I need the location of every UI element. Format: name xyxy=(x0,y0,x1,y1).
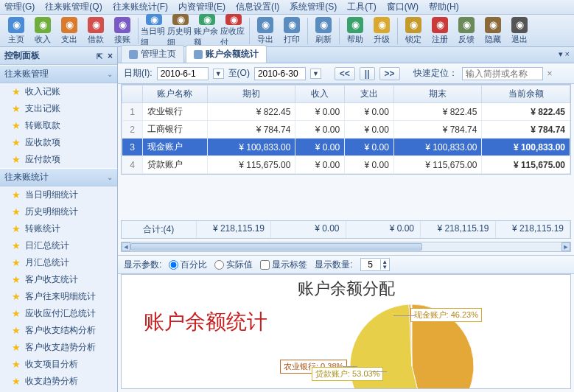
sidebar-item[interactable]: ★收支项目分析 xyxy=(0,356,117,373)
toolbar-button-注册[interactable]: ◉注册 xyxy=(427,15,453,46)
cell-income: ¥ 0.00 xyxy=(295,121,345,139)
date-from-input[interactable] xyxy=(157,67,209,80)
table-row[interactable]: 2工商银行¥ 784.74¥ 0.00¥ 0.00¥ 784.74¥ 784.7… xyxy=(122,121,570,139)
sidebar-item[interactable]: ★收入记账 xyxy=(0,83,117,100)
date-from-dropdown-icon[interactable]: ▼ xyxy=(213,69,224,79)
display-count-spinner[interactable]: ▲▼ xyxy=(360,258,390,271)
pin-icon[interactable]: ⇱ xyxy=(97,52,102,60)
sidebar-item-label: 支出记账 xyxy=(25,102,60,115)
toolbar-button-反馈[interactable]: ◉反馈 xyxy=(453,15,480,46)
table-row[interactable]: 1农业银行¥ 822.45¥ 0.00¥ 0.00¥ 822.45¥ 822.4… xyxy=(122,103,570,121)
toolbar-button-支出[interactable]: ◉支出 xyxy=(56,15,83,46)
menu-item[interactable]: 管理(G) xyxy=(4,1,35,13)
toolbar-button-历史明细[interactable]: ◉历史明细 xyxy=(167,15,194,46)
quick-locate-label: 快速定位： xyxy=(413,67,458,80)
sidebar-item[interactable]: ★收支趋势分析 xyxy=(0,373,117,390)
menu-item[interactable]: 往来账管理(Q) xyxy=(45,1,102,13)
radio-percent[interactable]: 百分比 xyxy=(169,259,207,271)
horizontal-scrollbar[interactable]: ◄ ► xyxy=(121,242,571,252)
sidebar-item[interactable]: ★支出记账 xyxy=(0,100,117,117)
menu-item[interactable]: 信息设置(I) xyxy=(236,1,279,13)
sidebar-item[interactable]: ★客户收支统计 xyxy=(0,271,117,288)
toolbar-icon: ◉ xyxy=(511,17,528,33)
table-row[interactable]: 3现金账户¥ 100,833.00¥ 0.00¥ 0.00¥ 100,833.0… xyxy=(122,139,570,156)
close-icon[interactable]: × xyxy=(108,51,113,61)
toolbar-button-退出[interactable]: ◉退出 xyxy=(506,15,533,46)
sidebar-item[interactable]: ★转账统计 xyxy=(0,220,117,237)
group-header[interactable]: 往来账统计⌄ xyxy=(0,168,117,186)
tab-label: 管理主页 xyxy=(141,48,176,60)
tab-icon xyxy=(129,50,138,59)
sidebar-item[interactable]: ★应付款项 xyxy=(0,151,117,168)
date-to-input[interactable] xyxy=(254,67,306,80)
tab-minimize-icon[interactable]: ▾ × xyxy=(559,49,570,59)
toolbar-button-接账[interactable]: ◉接账 xyxy=(109,15,136,46)
toolbar-icon: ◉ xyxy=(485,17,501,33)
tab[interactable]: 账户余额统计 xyxy=(186,45,267,63)
col-header[interactable]: 期初 xyxy=(207,85,295,103)
table-row[interactable]: 4贷款账户¥ 115,675.00¥ 0.00¥ 0.00¥ 115,675.0… xyxy=(122,156,570,174)
spin-down-icon[interactable]: ▼ xyxy=(380,265,389,270)
menu-item[interactable]: 帮助(H) xyxy=(429,1,459,13)
radio-actual[interactable]: 实际值 xyxy=(214,259,253,271)
toolbar-button-主页[interactable]: ◉主页 xyxy=(3,15,29,46)
sidebar-item[interactable]: ★月汇总统计 xyxy=(0,254,117,271)
sidebar-item[interactable]: ★应收款项 xyxy=(0,134,117,151)
cell-income: ¥ 0.00 xyxy=(295,103,345,121)
date-label: 日期(I): xyxy=(124,67,153,80)
sidebar-item[interactable]: ★客户收支结构分析 xyxy=(0,322,117,339)
menu-item[interactable]: 系统管理(S) xyxy=(290,1,337,13)
menu-item[interactable]: 往来账统计(F) xyxy=(113,1,168,13)
toolbar-icon: ◉ xyxy=(405,17,421,33)
star-icon: ★ xyxy=(12,257,21,268)
toolbar-button-刷新[interactable]: ◉刷新 xyxy=(310,15,337,46)
nav-first-button[interactable]: << xyxy=(335,67,355,80)
sidebar-item[interactable]: ★应收应付汇总统计 xyxy=(0,305,117,322)
star-icon: ★ xyxy=(12,376,21,387)
quick-locate-input[interactable] xyxy=(462,67,543,80)
sidebar-item[interactable]: ★当日明细统计 xyxy=(0,186,117,203)
to-label: 至(O) xyxy=(228,67,250,80)
scroll-left-icon[interactable]: ◄ xyxy=(122,242,130,251)
toolbar-button-账户余额[interactable]: ◉账户余额 xyxy=(194,15,220,46)
group-header[interactable]: 往来账管理⌄ xyxy=(0,65,117,83)
toolbar-button-隐藏[interactable]: ◉隐藏 xyxy=(480,15,506,46)
col-header[interactable] xyxy=(122,85,143,103)
clear-icon[interactable]: × xyxy=(547,69,553,79)
col-header[interactable]: 收入 xyxy=(295,85,345,103)
cell-name: 工商银行 xyxy=(143,121,208,139)
nav-last-button[interactable]: >> xyxy=(379,67,400,80)
sum-opening: ¥ 218,115.19 xyxy=(197,221,272,238)
toolbar-button-打印[interactable]: ◉打印 xyxy=(279,15,305,46)
menu-item[interactable]: 内资管理(E) xyxy=(178,1,225,13)
checkbox-labels[interactable]: 显示标签 xyxy=(260,259,307,271)
toolbar-button-借款[interactable]: ◉借款 xyxy=(83,15,109,46)
sidebar-item[interactable]: ★转账取款 xyxy=(0,117,117,134)
date-to-dropdown-icon[interactable]: ▼ xyxy=(310,69,321,79)
toolbar-button-导出[interactable]: ◉导出 xyxy=(252,15,279,46)
sidebar-item[interactable]: ★历史明细统计 xyxy=(0,203,117,220)
scroll-right-icon[interactable]: ► xyxy=(561,242,570,251)
sidebar-item[interactable]: ★客户收支趋势分析 xyxy=(0,339,117,356)
toolbar-button-当日明细[interactable]: ◉当日明细 xyxy=(141,15,167,46)
tab[interactable]: 管理主页 xyxy=(121,45,184,63)
sidebar-item[interactable]: ★客户往来明细统计 xyxy=(0,288,117,305)
scroll-thumb[interactable] xyxy=(130,243,422,251)
menu-item[interactable]: 窗口(W) xyxy=(387,1,419,13)
toolbar-button-升级[interactable]: ◉升级 xyxy=(368,15,395,46)
col-header[interactable]: 支出 xyxy=(345,85,394,103)
toolbar-label: 注册 xyxy=(432,34,448,45)
toolbar-button-帮助[interactable]: ◉帮助 xyxy=(342,15,368,46)
toolbar-button-收入[interactable]: ◉收入 xyxy=(29,15,56,46)
nav-pause-button[interactable]: || xyxy=(360,67,375,80)
col-header[interactable]: 当前余额 xyxy=(482,85,570,103)
toolbar-button-锁定[interactable]: ◉锁定 xyxy=(400,15,427,46)
toolbar-label: 隐藏 xyxy=(485,34,501,45)
sidebar-item-label: 收支趋势分析 xyxy=(25,375,78,388)
cell-balance: ¥ 115,675.00 xyxy=(482,156,570,174)
menu-item[interactable]: 工具(T) xyxy=(347,1,376,13)
col-header[interactable]: 期末 xyxy=(393,85,482,103)
toolbar-button-应收应付[interactable]: ◉应收应付 xyxy=(220,15,247,46)
col-header[interactable]: 账户名称 xyxy=(143,85,208,103)
sidebar-item[interactable]: ★日汇总统计 xyxy=(0,237,117,254)
